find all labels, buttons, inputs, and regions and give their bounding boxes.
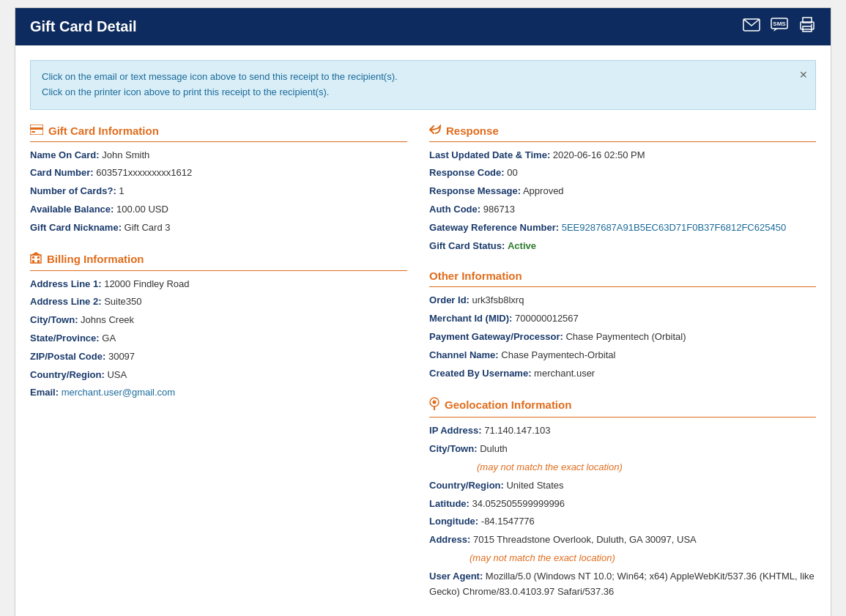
- svg-point-7: [811, 24, 812, 26]
- name-on-card-row: Name On Card: John Smith: [30, 148, 407, 163]
- number-of-cards-value: 1: [119, 185, 124, 196]
- reply-icon: [429, 125, 441, 137]
- svg-marker-16: [30, 252, 42, 256]
- state-row: State/Province: GA: [30, 331, 407, 346]
- two-col-layout: Gift Card Information Name On Card: John…: [30, 125, 816, 616]
- longitude-row: Longitude: -84.1547776: [429, 514, 816, 530]
- left-column: Gift Card Information Name On Card: John…: [30, 125, 407, 616]
- address2-value: Suite350: [104, 296, 141, 307]
- geo-city-label: City/Town:: [429, 443, 477, 454]
- zip-value: 30097: [108, 351, 135, 362]
- svg-rect-12: [32, 256, 34, 259]
- last-updated-label: Last Updated Date & Time:: [429, 149, 550, 160]
- gift-card-status-row: Gift Card Status: Active: [429, 239, 816, 254]
- email-row: Email: merchant.user@gmail.com: [30, 385, 407, 401]
- address1-value: 12000 Findley Road: [104, 278, 189, 289]
- pin-icon: [429, 397, 439, 412]
- name-on-card-label: Name On Card:: [30, 149, 100, 160]
- payment-gateway-row: Payment Gateway/Processor: Chase Payment…: [429, 330, 816, 345]
- main-container: Gift Card Detail SMS: [15, 7, 831, 616]
- order-id-row: Order Id: urk3fsb8lxrq: [429, 293, 816, 308]
- geo-country-value: United States: [506, 480, 563, 491]
- zip-label: ZIP/Postal Code:: [30, 351, 105, 362]
- geo-country-row: Country/Region: United States: [429, 478, 816, 494]
- card-number-label: Card Number:: [30, 167, 94, 178]
- ip-address-row: IP Address: 71.140.147.103: [429, 423, 816, 439]
- order-id-value: urk3fsb8lxrq: [472, 294, 524, 305]
- channel-name-value: Chase Paymentech-Orbital: [501, 349, 615, 360]
- banner-line1: Click on the email or text message icon …: [42, 70, 793, 85]
- geo-city-row: City/Town: Duluth: [429, 442, 816, 457]
- banner-close[interactable]: ✕: [799, 67, 808, 83]
- auth-code-row: Auth Code: 986713: [429, 202, 816, 218]
- card-number-row: Card Number: 603571xxxxxxxxx1612: [30, 166, 407, 181]
- response-message-value: Approved: [523, 185, 564, 196]
- state-value: GA: [102, 333, 116, 344]
- latitude-value: 34.052505599999996: [472, 498, 565, 509]
- created-by-value: merchant.user: [534, 368, 595, 379]
- available-balance-label: Available Balance:: [30, 204, 114, 215]
- merchant-id-label: Merchant Id (MID):: [429, 313, 512, 324]
- geo-city-value: Duluth: [480, 443, 508, 454]
- address-value: 7015 Threadstone Overlook, Duluth, GA 30…: [473, 534, 697, 545]
- svg-rect-14: [32, 260, 34, 263]
- address-row: Address: 7015 Threadstone Overlook, Dulu…: [429, 532, 816, 548]
- email-icon[interactable]: [743, 18, 760, 35]
- gift-card-status-label: Gift Card Status:: [429, 240, 505, 251]
- country-value: USA: [107, 369, 127, 380]
- created-by-row: Created By Username: merchant.user: [429, 366, 816, 382]
- geolocation-section: Geolocation Information IP Address: 71.1…: [429, 397, 816, 599]
- address1-row: Address Line 1: 12000 Findley Road: [30, 277, 407, 292]
- response-title: Response: [429, 125, 816, 142]
- response-message-label: Response Message:: [429, 185, 521, 196]
- order-id-label: Order Id:: [429, 294, 470, 305]
- name-on-card-value: John Smith: [102, 149, 149, 160]
- number-of-cards-label: Number of Cards?:: [30, 185, 116, 196]
- address1-label: Address Line 1:: [30, 278, 102, 289]
- svg-rect-9: [30, 127, 43, 130]
- other-info-section: Other Information Order Id: urk3fsb8lxrq…: [429, 270, 816, 381]
- zip-row: ZIP/Postal Code: 30097: [30, 349, 407, 365]
- gift-card-status-value: Active: [508, 240, 536, 251]
- city-label: City/Town:: [30, 314, 78, 325]
- channel-name-row: Channel Name: Chase Paymentech-Orbital: [429, 348, 816, 363]
- longitude-label: Longitude:: [429, 516, 478, 527]
- geo-city-warning-row: (may not match the exact location): [429, 460, 816, 475]
- gift-card-info-title: Gift Card Information: [30, 125, 407, 142]
- available-balance-value: 100.00 USD: [116, 204, 168, 215]
- nickname-label: Gift Card Nickname:: [30, 222, 122, 233]
- city-value: Johns Creek: [81, 314, 134, 325]
- svg-rect-15: [37, 260, 40, 263]
- user-agent-label: User Agent:: [429, 571, 483, 582]
- email-value: merchant.user@gmail.com: [62, 387, 176, 398]
- other-info-title: Other Information: [429, 270, 816, 287]
- merchant-id-value: 700000012567: [515, 313, 579, 324]
- printer-icon[interactable]: [798, 17, 816, 37]
- building-icon: [30, 252, 42, 266]
- nickname-row: Gift Card Nickname: Gift Card 3: [30, 220, 407, 236]
- ip-address-label: IP Address:: [429, 425, 482, 436]
- created-by-label: Created By Username:: [429, 368, 531, 379]
- geo-city-warning: (may not match the exact location): [477, 461, 623, 472]
- gateway-ref-row: Gateway Reference Number: 5EE9287687A91B…: [429, 220, 816, 236]
- response-code-value: 00: [507, 167, 517, 178]
- credit-card-icon: [30, 125, 43, 137]
- user-agent-row: User Agent: Mozilla/5.0 (Windows NT 10.0…: [429, 569, 816, 600]
- sms-icon[interactable]: SMS: [771, 18, 788, 36]
- content: Click on the email or text message icon …: [15, 45, 831, 616]
- latitude-label: Latitude:: [429, 498, 470, 509]
- address-label: Address:: [429, 534, 470, 545]
- ip-address-value: 71.140.147.103: [484, 425, 550, 436]
- gateway-ref-label: Gateway Reference Number:: [429, 222, 559, 233]
- country-label: Country/Region:: [30, 369, 105, 380]
- right-column: Response Last Updated Date & Time: 2020-…: [429, 125, 816, 616]
- channel-name-label: Channel Name:: [429, 349, 499, 360]
- gateway-ref-value: 5EE9287687A91B5EC63D71F0B37F6812FC625450: [562, 222, 786, 233]
- response-section: Response Last Updated Date & Time: 2020-…: [429, 125, 816, 254]
- user-agent-value: Mozilla/5.0 (Windows NT 10.0; Win64; x64…: [429, 571, 815, 597]
- info-banner: Click on the email or text message icon …: [30, 60, 816, 110]
- billing-info-title: Billing Information: [30, 252, 407, 271]
- email-label: Email:: [30, 387, 59, 398]
- billing-info-section: Billing Information Address Line 1: 1200…: [30, 252, 407, 401]
- response-code-label: Response Code:: [429, 167, 505, 178]
